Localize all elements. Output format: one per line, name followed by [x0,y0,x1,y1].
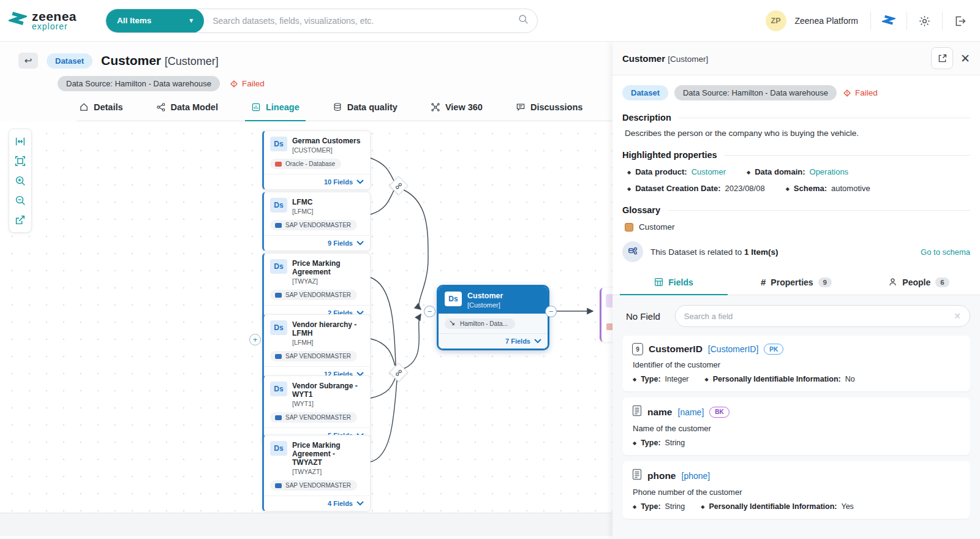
settings-gear-icon[interactable] [916,12,933,30]
glossary-term[interactable]: Customer [625,222,970,232]
collapse-upstream-port[interactable]: − [424,306,435,317]
search-icon[interactable] [518,14,529,27]
logout-icon[interactable] [951,12,969,30]
panel-tab-label: Properties [771,277,813,287]
fields-expander[interactable]: 7 Fields [439,333,548,349]
lineage-node-lfmc[interactable]: Ds LFMC [LFMC] SAP VENDORMASTER 9 Fields [262,192,371,251]
close-icon[interactable]: ✕ [960,51,970,66]
diamond-bullet-icon: ◆ [627,170,631,175]
fields-expander[interactable]: 10 Fields [264,174,370,189]
field-prop-type: ◆Type:String [633,502,685,511]
diamond-bullet-icon: ◆ [627,186,631,192]
lineage-node-price-marking-twyazt[interactable]: Ds Price Marking Agreement - TWYAZT [TWY… [262,435,371,511]
fields-expander[interactable]: 4 Fields [264,496,370,511]
diamond-bullet-icon: ◆ [633,377,636,382]
user-avatar[interactable]: ZP [766,10,786,31]
glossary-term-label: Customer [639,222,675,232]
panel-tab-label: People [902,277,930,287]
divider [668,210,970,211]
platform-app-icon[interactable] [880,12,898,30]
panel-tab-fields[interactable]: Fields [612,271,735,295]
tab-discussions[interactable]: Discussions [513,102,585,121]
process-node[interactable] [389,363,408,382]
prop-value: String [665,502,685,511]
chevron-down-icon [356,241,364,246]
field-name: phone [647,470,676,481]
process-node[interactable] [389,176,408,195]
panel-tab-people[interactable]: People 6 [858,271,980,295]
field-search-input[interactable] [684,312,954,321]
lineage-node-vendor-hierarchy[interactable]: Ds Vendor hierarchy - LFMH [LFMH] SAP VE… [262,314,371,382]
lineage-node-price-marking-agreement[interactable]: Ds Price Marking Agreement [TWYAZ] SAP V… [262,253,371,321]
tab-label: Lineage [266,102,300,112]
lineage-node-partial[interactable] [600,288,612,342]
connection-label: Hamilton - Data... [460,320,508,327]
property-value-link[interactable]: Operations [810,167,849,176]
node-code: [LFMH] [292,339,364,346]
node-title: Price Marking Agreement [292,259,364,276]
expand-upstream-port[interactable]: + [249,334,261,345]
panel-title: Customer [Customer] [622,53,708,64]
tab-data-quality[interactable]: Data quality [330,102,400,121]
diamond-bullet-icon: ◆ [633,504,636,510]
related-prefix: This Dataset is related to [650,247,742,257]
description-text: Describes the person or the company who … [625,129,970,138]
dataset-type-icon: Ds [445,292,462,306]
tab-view-360[interactable]: View 360 [428,102,485,121]
property-label: Data domain: [755,167,805,176]
panel-tab-count: 6 [935,277,949,287]
search-input[interactable] [204,16,518,26]
number-type-icon: 9 [632,343,643,355]
canvas-toolbar [9,129,32,233]
table-icon [654,277,663,287]
property-label: Data product: [635,167,687,176]
fields-section: No Field ✕ 9 CustomerID [CustomerID] PK … [612,295,980,539]
fields-expander[interactable]: 9 Fields [264,235,370,251]
model-icon [156,102,166,112]
property-value-link[interactable]: Customer [692,167,726,176]
zoom-in-icon[interactable] [10,171,31,190]
scope-selector-dropdown[interactable]: All Items ▼ [106,9,204,33]
divider [679,118,970,118]
fit-screen-icon[interactable] [10,151,31,171]
network-icon [431,102,440,112]
dataset-page: ↩ Dataset Customer [Customer] Data Sourc… [0,42,612,539]
link-icon [396,183,402,189]
scope-selector-label: All Items [117,16,151,25]
open-in-full-icon[interactable] [931,47,953,69]
item-type-badge: Dataset [47,53,92,69]
tab-details[interactable]: Details [77,102,126,121]
panel-tab-properties[interactable]: # Properties 9 [735,271,858,295]
property-creation-date: ◆Dataset Creation Date:2023/08/08 [627,184,765,193]
node-code: [TWYAZ] [292,277,364,285]
tab-label: Discussions [530,102,582,112]
lineage-node-german-customers[interactable]: Ds German Customers [CUSTOMER] Oracle - … [262,130,371,190]
primary-key-badge: PK [764,344,783,355]
field-description: Identifier of the customer [633,360,960,369]
fit-width-icon[interactable] [10,132,31,151]
lineage-canvas[interactable]: Ds German Customers [CUSTOMER] Oracle - … [0,121,612,513]
lineage-node-customer-focused[interactable]: Ds Customer [Customer] Hamilton - Data..… [437,285,549,350]
lineage-node-vendor-subrange[interactable]: Ds Vendor Subrange - WYT1 [WYT1] SAP VEN… [262,375,371,443]
diamond-bullet-icon: ◆ [786,186,790,192]
export-icon[interactable] [10,210,31,230]
tab-data-model[interactable]: Data Model [154,102,221,121]
field-card-customerid[interactable]: 9 CustomerID [CustomerID] PK Identifier … [622,336,970,391]
clear-search-icon[interactable]: ✕ [954,311,961,321]
zoom-out-icon[interactable] [10,190,31,210]
go-to-schema-link[interactable]: Go to schema [921,247,970,257]
dataset-type-icon: Ds [270,198,287,213]
prop-value: Yes [841,502,853,511]
collapse-downstream-port[interactable]: − [545,306,557,317]
fields-count: 4 Fields [328,500,353,507]
diamond-bullet-icon: ◆ [701,504,704,510]
back-button[interactable]: ↩ [18,53,38,69]
field-card-phone[interactable]: phone [phone] Phone number of the custom… [622,461,970,519]
panel-header: Customer [Customer] ✕ [612,42,980,75]
connection-label: SAP VENDORMASTER [285,353,351,360]
oracle-icon [275,162,282,167]
fields-count: 10 Fields [324,178,353,186]
field-card-name[interactable]: name [name] BK Name of the customer ◆Typ… [622,398,970,455]
property-value: 2023/08/08 [725,184,765,193]
tab-lineage[interactable]: Lineage [249,102,302,121]
